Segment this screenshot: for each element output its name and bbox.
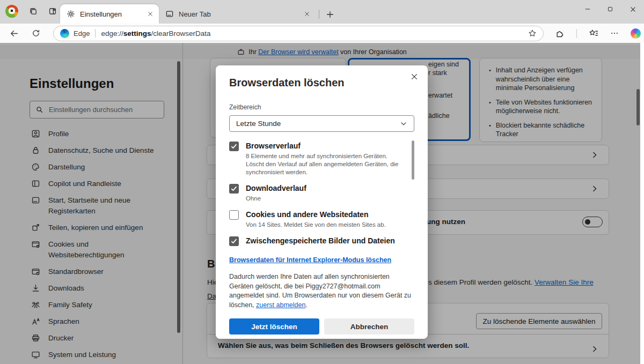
url-text: edge://settings/clearBrowserData [101,29,210,38]
favorite-star-icon[interactable] [528,29,537,38]
window-close-button[interactable] [621,0,644,18]
clear-browsing-data-dialog: Browserdaten löschen Zeitbereich Letzte … [216,65,428,339]
new-tab-page-icon [165,10,174,18]
data-types-list: Browserverlauf8 Elemente und mehr auf sy… [229,141,414,255]
checkbox-cookies-und-andere-websitedaten[interactable] [229,210,239,220]
address-bar[interactable]: Edge edge://settings/clearBrowserData [53,26,544,41]
split-screen-icon[interactable] [48,7,57,16]
more-menu-icon[interactable] [610,29,619,38]
extensions-icon[interactable] [555,29,565,38]
navigation-toolbar: Edge edge://settings/clearBrowserData [0,24,644,43]
edge-logo-icon [60,29,69,38]
gear-icon [67,10,75,18]
time-range-value: Letzte Stunde [236,120,400,128]
tab-neuer-tab[interactable]: Neuer Tab [159,4,317,24]
data-type-label: Cookies und andere Websitedaten [246,210,407,219]
page-scrollbar-thumb[interactable] [636,89,640,125]
settings-page: Ihr Der Browser wird verwaltet von Ihrer… [0,43,644,364]
time-range-select[interactable]: Letzte Stunde [229,115,414,132]
checkbox-browserverlauf[interactable] [229,142,239,151]
ie-mode-link[interactable]: Browserdaten für Internet Explorer-Modus… [229,256,391,264]
minimize-button[interactable] [576,0,599,18]
chevron-down-icon [400,120,407,128]
data-type-item: Zwischengespeicherte Bilder und Dateien [229,236,414,246]
workspaces-icon[interactable] [29,7,38,16]
copilot-icon[interactable] [631,28,641,39]
sync-note: Dadurch werden Ihre Daten auf allen sync… [229,272,415,310]
back-icon[interactable] [10,29,19,38]
new-tab-button[interactable] [326,10,334,19]
tab-close-icon[interactable] [304,11,310,17]
checkbox-downloadverlauf[interactable] [229,184,239,194]
cancel-button[interactable]: Abbrechen [324,318,414,335]
data-type-label: Zwischengespeicherte Bilder und Dateien [246,236,395,246]
data-type-desc: 8 Elemente und mehr auf synchronisierten… [246,152,407,176]
sign-out-link[interactable]: zuerst abmelden [256,301,305,309]
dialog-title: Browserdaten löschen [229,77,414,89]
tab-label: Neuer Tab [179,10,211,18]
maximize-button[interactable] [599,0,621,18]
refresh-icon[interactable] [32,29,40,38]
tab-divider [319,10,319,19]
data-type-item: Cookies und andere WebsitedatenVon 14 Si… [229,210,414,229]
data-type-label: Browserverlauf [246,141,407,151]
time-range-label: Zeitbereich [229,103,414,111]
data-type-desc: Ohne [246,195,407,203]
clear-now-button[interactable]: Jetzt löschen [229,318,319,335]
close-icon[interactable] [410,72,419,81]
data-type-item: DownloadverlaufOhne [229,183,414,203]
data-type-label: Downloadverlauf [246,183,407,193]
dialog-scrollbar-thumb[interactable] [412,140,414,180]
site-brand: Edge [74,29,90,38]
tab-einstellungen[interactable]: Einstellungen [60,4,159,24]
data-type-item: Browserverlauf8 Elemente und mehr auf sy… [229,141,414,176]
address-divider [95,29,96,38]
app-profile-icon[interactable] [5,5,18,18]
toolbar-divider [576,29,577,38]
checkbox-zwischengespeicherte-bilder-und-dateien[interactable] [229,236,239,246]
data-type-desc: Von 14 Sites. Meldet Sie von den meisten… [246,221,407,229]
tab-close-icon[interactable] [147,11,153,17]
browser-window: Einstellungen Neuer Tab Edge edge://sett… [0,0,644,364]
page-scrollbar-track[interactable] [640,43,644,364]
favorites-bar-icon[interactable] [589,28,598,38]
tab-label: Einstellungen [80,10,122,18]
title-bar: Einstellungen Neuer Tab [0,0,644,24]
